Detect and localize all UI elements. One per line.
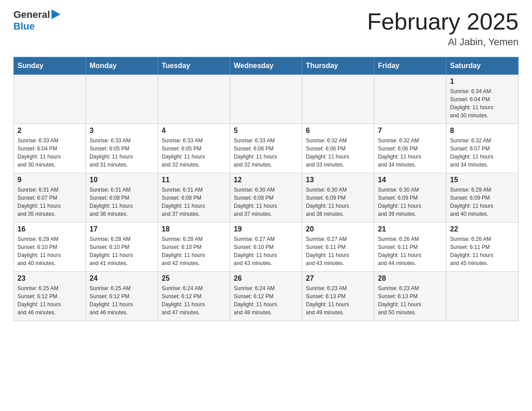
calendar-day-cell bbox=[302, 75, 374, 124]
calendar-day-cell: 7Sunrise: 6:32 AMSunset: 6:06 PMDaylight… bbox=[374, 124, 446, 173]
day-number: 18 bbox=[162, 225, 226, 233]
day-number: 3 bbox=[90, 127, 154, 135]
calendar-day-cell: 9Sunrise: 6:31 AMSunset: 6:07 PMDaylight… bbox=[14, 173, 86, 223]
day-number: 25 bbox=[162, 274, 226, 283]
day-number: 8 bbox=[450, 127, 515, 135]
day-number: 6 bbox=[306, 127, 370, 135]
day-info: Sunrise: 6:27 AMSunset: 6:10 PMDaylight:… bbox=[234, 235, 298, 267]
calendar-day-cell: 17Sunrise: 6:28 AMSunset: 6:10 PMDayligh… bbox=[86, 223, 158, 272]
calendar-header-tuesday: Tuesday bbox=[158, 57, 230, 75]
calendar-day-cell: 20Sunrise: 6:27 AMSunset: 6:11 PMDayligh… bbox=[302, 223, 374, 272]
day-number: 26 bbox=[234, 274, 298, 283]
calendar-day-cell: 14Sunrise: 6:30 AMSunset: 6:09 PMDayligh… bbox=[374, 173, 446, 223]
day-info: Sunrise: 6:33 AMSunset: 6:06 PMDaylight:… bbox=[234, 137, 298, 169]
day-number: 21 bbox=[378, 225, 442, 233]
day-number: 5 bbox=[234, 127, 298, 135]
calendar-day-cell: 4Sunrise: 6:33 AMSunset: 6:05 PMDaylight… bbox=[158, 124, 230, 173]
day-number: 22 bbox=[450, 225, 515, 233]
calendar-day-cell bbox=[446, 272, 519, 321]
day-number: 2 bbox=[17, 127, 82, 135]
day-info: Sunrise: 6:31 AMSunset: 6:08 PMDaylight:… bbox=[90, 186, 154, 218]
day-number: 23 bbox=[17, 274, 82, 283]
calendar-header-wednesday: Wednesday bbox=[230, 57, 302, 75]
calendar-day-cell bbox=[230, 75, 302, 124]
day-number: 27 bbox=[306, 274, 370, 283]
calendar-day-cell bbox=[14, 75, 86, 124]
calendar-header-sunday: Sunday bbox=[14, 57, 86, 75]
calendar-day-cell bbox=[86, 75, 158, 124]
day-info: Sunrise: 6:25 AMSunset: 6:12 PMDaylight:… bbox=[90, 284, 154, 317]
day-number: 9 bbox=[17, 176, 82, 184]
calendar-day-cell: 15Sunrise: 6:29 AMSunset: 6:09 PMDayligh… bbox=[446, 173, 519, 223]
month-title: February 2025 bbox=[367, 9, 519, 34]
calendar-day-cell: 2Sunrise: 6:33 AMSunset: 6:04 PMDaylight… bbox=[14, 124, 86, 173]
day-number: 20 bbox=[306, 225, 370, 233]
day-info: Sunrise: 6:26 AMSunset: 6:11 PMDaylight:… bbox=[450, 235, 515, 267]
logo-general-text: General bbox=[13, 9, 50, 21]
day-info: Sunrise: 6:33 AMSunset: 6:05 PMDaylight:… bbox=[90, 137, 154, 169]
day-info: Sunrise: 6:28 AMSunset: 6:10 PMDaylight:… bbox=[90, 235, 154, 267]
calendar-day-cell: 11Sunrise: 6:31 AMSunset: 6:08 PMDayligh… bbox=[158, 173, 230, 223]
day-info: Sunrise: 6:28 AMSunset: 6:10 PMDaylight:… bbox=[162, 235, 226, 267]
day-info: Sunrise: 6:32 AMSunset: 6:07 PMDaylight:… bbox=[450, 137, 515, 169]
day-info: Sunrise: 6:24 AMSunset: 6:12 PMDaylight:… bbox=[234, 284, 298, 317]
calendar-day-cell: 19Sunrise: 6:27 AMSunset: 6:10 PMDayligh… bbox=[230, 223, 302, 272]
logo-blue-text: Blue bbox=[13, 21, 60, 32]
day-info: Sunrise: 6:23 AMSunset: 6:13 PMDaylight:… bbox=[378, 284, 442, 317]
day-info: Sunrise: 6:33 AMSunset: 6:04 PMDaylight:… bbox=[17, 137, 82, 169]
day-info: Sunrise: 6:31 AMSunset: 6:08 PMDaylight:… bbox=[162, 186, 226, 218]
day-info: Sunrise: 6:24 AMSunset: 6:12 PMDaylight:… bbox=[162, 284, 226, 317]
title-section: February 2025 Al Jabin, Yemen bbox=[367, 9, 519, 48]
calendar-week-row: 23Sunrise: 6:25 AMSunset: 6:12 PMDayligh… bbox=[14, 272, 519, 321]
calendar-day-cell: 12Sunrise: 6:30 AMSunset: 6:08 PMDayligh… bbox=[230, 173, 302, 223]
day-info: Sunrise: 6:23 AMSunset: 6:13 PMDaylight:… bbox=[306, 284, 370, 317]
calendar-day-cell: 26Sunrise: 6:24 AMSunset: 6:12 PMDayligh… bbox=[230, 272, 302, 321]
calendar-day-cell: 23Sunrise: 6:25 AMSunset: 6:12 PMDayligh… bbox=[14, 272, 86, 321]
calendar-header-saturday: Saturday bbox=[446, 57, 519, 75]
calendar-header-friday: Friday bbox=[374, 57, 446, 75]
day-number: 13 bbox=[306, 176, 370, 184]
day-number: 17 bbox=[90, 225, 154, 233]
calendar-week-row: 2Sunrise: 6:33 AMSunset: 6:04 PMDaylight… bbox=[14, 124, 519, 173]
calendar-day-cell: 6Sunrise: 6:32 AMSunset: 6:06 PMDaylight… bbox=[302, 124, 374, 173]
calendar-day-cell: 1Sunrise: 6:34 AMSunset: 6:04 PMDaylight… bbox=[446, 75, 519, 124]
calendar-day-cell: 16Sunrise: 6:29 AMSunset: 6:10 PMDayligh… bbox=[14, 223, 86, 272]
calendar-day-cell: 18Sunrise: 6:28 AMSunset: 6:10 PMDayligh… bbox=[158, 223, 230, 272]
calendar-day-cell: 13Sunrise: 6:30 AMSunset: 6:09 PMDayligh… bbox=[302, 173, 374, 223]
day-info: Sunrise: 6:32 AMSunset: 6:06 PMDaylight:… bbox=[378, 137, 442, 169]
calendar-week-row: 16Sunrise: 6:29 AMSunset: 6:10 PMDayligh… bbox=[14, 223, 519, 272]
day-number: 1 bbox=[450, 77, 515, 86]
calendar-day-cell: 21Sunrise: 6:26 AMSunset: 6:11 PMDayligh… bbox=[374, 223, 446, 272]
logo-arrow-icon bbox=[51, 9, 60, 19]
day-info: Sunrise: 6:27 AMSunset: 6:11 PMDaylight:… bbox=[306, 235, 370, 267]
day-number: 24 bbox=[90, 274, 154, 283]
day-number: 11 bbox=[162, 176, 226, 184]
day-info: Sunrise: 6:25 AMSunset: 6:12 PMDaylight:… bbox=[17, 284, 82, 317]
day-number: 14 bbox=[378, 176, 442, 184]
day-info: Sunrise: 6:31 AMSunset: 6:07 PMDaylight:… bbox=[17, 186, 82, 218]
day-number: 16 bbox=[17, 225, 82, 233]
calendar-day-cell: 24Sunrise: 6:25 AMSunset: 6:12 PMDayligh… bbox=[86, 272, 158, 321]
calendar-day-cell: 22Sunrise: 6:26 AMSunset: 6:11 PMDayligh… bbox=[446, 223, 519, 272]
calendar-day-cell: 3Sunrise: 6:33 AMSunset: 6:05 PMDaylight… bbox=[86, 124, 158, 173]
day-number: 7 bbox=[378, 127, 442, 135]
logo: General Blue bbox=[13, 9, 60, 32]
day-info: Sunrise: 6:26 AMSunset: 6:11 PMDaylight:… bbox=[378, 235, 442, 267]
calendar-day-cell: 10Sunrise: 6:31 AMSunset: 6:08 PMDayligh… bbox=[86, 173, 158, 223]
calendar-week-row: 9Sunrise: 6:31 AMSunset: 6:07 PMDaylight… bbox=[14, 173, 519, 223]
calendar-header-monday: Monday bbox=[86, 57, 158, 75]
day-info: Sunrise: 6:29 AMSunset: 6:10 PMDaylight:… bbox=[17, 235, 82, 267]
day-info: Sunrise: 6:29 AMSunset: 6:09 PMDaylight:… bbox=[450, 186, 515, 218]
day-info: Sunrise: 6:32 AMSunset: 6:06 PMDaylight:… bbox=[306, 137, 370, 169]
calendar-day-cell: 27Sunrise: 6:23 AMSunset: 6:13 PMDayligh… bbox=[302, 272, 374, 321]
calendar-header-row: SundayMondayTuesdayWednesdayThursdayFrid… bbox=[14, 57, 519, 75]
day-info: Sunrise: 6:30 AMSunset: 6:08 PMDaylight:… bbox=[234, 186, 298, 218]
day-info: Sunrise: 6:33 AMSunset: 6:05 PMDaylight:… bbox=[162, 137, 226, 169]
calendar-table: SundayMondayTuesdayWednesdayThursdayFrid… bbox=[13, 57, 519, 321]
calendar-day-cell: 25Sunrise: 6:24 AMSunset: 6:12 PMDayligh… bbox=[158, 272, 230, 321]
calendar-day-cell: 8Sunrise: 6:32 AMSunset: 6:07 PMDaylight… bbox=[446, 124, 519, 173]
location-title: Al Jabin, Yemen bbox=[367, 36, 519, 48]
day-number: 28 bbox=[378, 274, 442, 283]
calendar-day-cell bbox=[374, 75, 446, 124]
day-number: 12 bbox=[234, 176, 298, 184]
